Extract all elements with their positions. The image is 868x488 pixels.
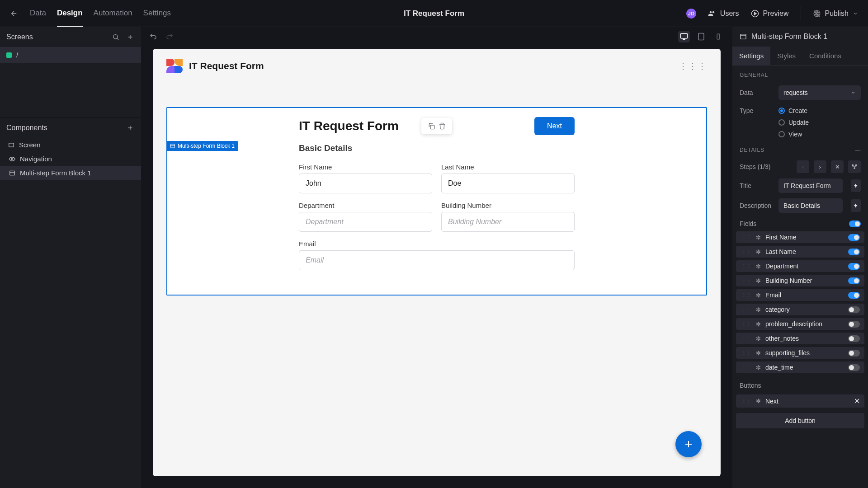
field-toggle[interactable] bbox=[848, 335, 860, 342]
desc-bolt[interactable] bbox=[851, 199, 861, 212]
drag-icon[interactable]: ⋮⋮ bbox=[741, 398, 751, 404]
field-toggle[interactable] bbox=[848, 292, 860, 299]
gear-icon[interactable]: ✼ bbox=[756, 306, 761, 313]
nav-settings[interactable]: Settings bbox=[143, 0, 171, 27]
next-button[interactable]: Next bbox=[534, 117, 575, 135]
drag-icon[interactable]: ⋮⋮ bbox=[741, 249, 751, 255]
add-component-icon[interactable] bbox=[127, 124, 134, 131]
nav-automation[interactable]: Automation bbox=[94, 0, 132, 27]
gear-icon[interactable]: ✼ bbox=[756, 364, 761, 371]
search-icon[interactable] bbox=[112, 33, 119, 41]
duplicate-button[interactable] bbox=[428, 122, 435, 130]
svg-rect-4 bbox=[10, 171, 15, 175]
add-button[interactable]: Add button bbox=[736, 413, 864, 428]
field-toggle[interactable] bbox=[848, 277, 860, 284]
last-name-input[interactable] bbox=[441, 174, 575, 193]
gear-icon[interactable]: ✼ bbox=[756, 277, 761, 284]
field-first-name[interactable]: ⋮⋮✼First Name bbox=[736, 231, 864, 243]
field-name: First Name bbox=[765, 234, 844, 241]
component-navigation[interactable]: Navigation bbox=[0, 152, 141, 166]
users-button[interactable]: Users bbox=[708, 9, 739, 18]
title-input[interactable]: IT Request Form bbox=[778, 178, 843, 193]
field-problem-description[interactable]: ⋮⋮✼problem_description bbox=[736, 318, 864, 330]
drag-icon[interactable]: ⋮⋮ bbox=[741, 350, 751, 356]
field-toggle[interactable] bbox=[848, 321, 860, 328]
tab-conditions[interactable]: Conditions bbox=[802, 47, 848, 65]
field-toggle[interactable] bbox=[848, 306, 860, 313]
email-input[interactable] bbox=[299, 250, 575, 270]
gear-icon[interactable]: ✼ bbox=[756, 335, 761, 342]
nav-design[interactable]: Design bbox=[57, 0, 83, 27]
field-email[interactable]: ⋮⋮✼Email bbox=[736, 289, 864, 301]
fab-add[interactable] bbox=[675, 431, 702, 457]
tab-styles[interactable]: Styles bbox=[770, 47, 802, 65]
gear-icon[interactable]: ✼ bbox=[756, 350, 761, 357]
gear-icon[interactable]: ✼ bbox=[756, 292, 761, 299]
screens-label: Screens bbox=[6, 33, 33, 41]
gear-icon[interactable]: ✼ bbox=[756, 249, 761, 255]
collapse-icon[interactable]: — bbox=[855, 147, 861, 153]
drag-icon[interactable]: ⋮⋮ bbox=[741, 365, 751, 371]
delete-button[interactable] bbox=[439, 122, 446, 130]
fields-master-toggle[interactable] bbox=[849, 221, 861, 227]
drag-icon[interactable]: ⋮⋮ bbox=[741, 263, 751, 269]
component-multistep-form[interactable]: Multi-step Form Block 1 bbox=[0, 166, 141, 180]
building-input[interactable] bbox=[441, 212, 575, 232]
avatar[interactable]: JD bbox=[686, 9, 696, 19]
button-next-row[interactable]: ⋮⋮ ✼ Next ✕ bbox=[736, 394, 864, 408]
block-tag[interactable]: Multi-step Form Block 1 bbox=[166, 141, 238, 151]
field-supporting-files[interactable]: ⋮⋮✼supporting_files bbox=[736, 347, 864, 359]
field-toggle[interactable] bbox=[848, 234, 860, 241]
gear-icon[interactable]: ✼ bbox=[756, 398, 761, 404]
field-last-name[interactable]: ⋮⋮✼Last Name bbox=[736, 246, 864, 258]
field-other-notes[interactable]: ⋮⋮✼other_notes bbox=[736, 333, 864, 344]
drag-grip-icon[interactable]: ⋮⋮⋮ bbox=[679, 61, 707, 71]
device-tablet[interactable] bbox=[695, 31, 707, 42]
nav-data[interactable]: Data bbox=[30, 0, 46, 27]
drag-icon[interactable]: ⋮⋮ bbox=[741, 278, 751, 284]
field-date-time[interactable]: ⋮⋮✼date_time bbox=[736, 361, 864, 373]
field-toggle[interactable] bbox=[848, 364, 860, 371]
gear-icon[interactable]: ✼ bbox=[756, 321, 761, 328]
svg-point-13 bbox=[854, 168, 855, 169]
field-toggle[interactable] bbox=[848, 263, 860, 270]
first-name-input[interactable] bbox=[299, 174, 432, 193]
department-input[interactable] bbox=[299, 212, 432, 232]
next-step-button[interactable]: › bbox=[814, 160, 826, 173]
remove-step-button[interactable]: ✕ bbox=[831, 160, 844, 173]
drag-icon[interactable]: ⋮⋮ bbox=[741, 321, 751, 327]
type-create[interactable]: Create bbox=[778, 107, 809, 114]
desc-input[interactable]: Basic Details bbox=[778, 198, 843, 213]
type-view[interactable]: View bbox=[778, 131, 809, 138]
device-mobile[interactable] bbox=[712, 31, 724, 42]
add-screen-icon[interactable] bbox=[127, 33, 134, 41]
remove-button-icon[interactable]: ✕ bbox=[854, 397, 860, 405]
data-select[interactable]: requests bbox=[778, 85, 861, 100]
title-bolt[interactable] bbox=[851, 179, 861, 192]
gear-icon[interactable]: ✼ bbox=[756, 263, 761, 270]
component-screen[interactable]: Screen bbox=[0, 138, 141, 152]
field-toggle[interactable] bbox=[848, 350, 860, 357]
undo-button[interactable] bbox=[149, 33, 157, 41]
device-desktop[interactable] bbox=[678, 31, 690, 42]
drag-icon[interactable]: ⋮⋮ bbox=[741, 235, 751, 240]
drag-icon[interactable]: ⋮⋮ bbox=[741, 307, 751, 313]
tab-settings[interactable]: Settings bbox=[732, 47, 770, 65]
field-building-number[interactable]: ⋮⋮✼Building Number bbox=[736, 275, 864, 286]
field-toggle[interactable] bbox=[848, 249, 860, 255]
prev-step-button[interactable]: ‹ bbox=[797, 160, 809, 173]
field-category[interactable]: ⋮⋮✼category bbox=[736, 304, 864, 315]
publish-button[interactable]: Publish bbox=[813, 9, 858, 18]
drag-icon[interactable]: ⋮⋮ bbox=[741, 292, 751, 298]
canvas[interactable]: IT Request Form ⋮⋮⋮ Multi-step Form Bloc… bbox=[153, 49, 721, 476]
screen-root[interactable]: / bbox=[0, 47, 141, 63]
form-block[interactable]: IT Request Form Next Basic Details First… bbox=[166, 107, 707, 296]
back-button[interactable] bbox=[10, 9, 18, 18]
redo-button[interactable] bbox=[165, 33, 174, 41]
field-department[interactable]: ⋮⋮✼Department bbox=[736, 260, 864, 272]
preview-button[interactable]: Preview bbox=[751, 9, 789, 18]
drag-icon[interactable]: ⋮⋮ bbox=[741, 336, 751, 342]
type-update[interactable]: Update bbox=[778, 119, 809, 126]
add-step-button[interactable] bbox=[848, 160, 861, 173]
gear-icon[interactable]: ✼ bbox=[756, 234, 761, 241]
